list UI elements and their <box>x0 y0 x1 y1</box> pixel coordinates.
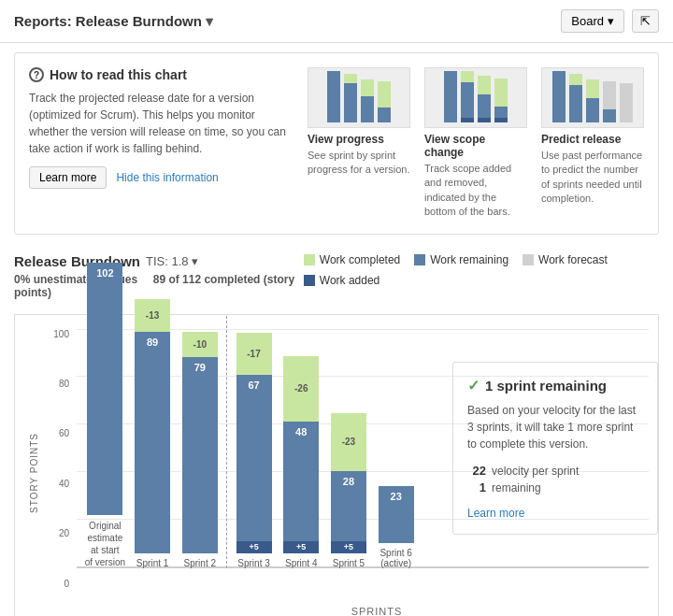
bar-group-sprint2: -10 79 Sprint 2 <box>176 332 223 568</box>
y-axis-section: STORY POINTS <box>24 324 49 616</box>
bar-original-main: 102 <box>87 263 122 515</box>
x-axis-label: SPRINTS <box>105 601 649 616</box>
legend-label-added: Work added <box>320 274 379 287</box>
sprint-divider <box>226 316 227 568</box>
report-name: Release Burndown <box>76 13 202 29</box>
bar-label-sprint3: Sprint 3 <box>237 558 269 568</box>
legend-work-forecast: Work forecast <box>523 253 608 266</box>
info-description: Track the projected release date for a v… <box>29 90 289 157</box>
bar-sprint3-added: +5 <box>236 541 272 553</box>
bars-group: 102 Originalestimateat startof version -… <box>77 329 424 568</box>
legend-work-completed: Work completed <box>304 253 400 266</box>
chart-body: 100 80 60 40 20 0 <box>49 324 649 616</box>
info-content: ? How to read this chart Track the proje… <box>29 67 289 220</box>
preview-desc-1: See sprint by sprint progress for a vers… <box>308 149 410 178</box>
bar-sprint5-green: -23 <box>331 413 366 471</box>
bar-sprint1-green: -13 <box>135 299 170 332</box>
bars-area: 102 Originalestimateat startof version -… <box>77 324 649 616</box>
bars-relative: 102 Originalestimateat startof version -… <box>77 324 649 601</box>
sprint-info-box: ✓ 1 sprint remaining Based on your veloc… <box>438 343 639 535</box>
remaining-label: remaining <box>492 481 541 494</box>
bar-sprint3-green: -17 <box>236 333 272 375</box>
velocity-label: velocity per sprint <box>492 465 579 478</box>
hide-info-button[interactable]: Hide this information <box>116 166 218 189</box>
legend-work-remaining: Work remaining <box>414 253 508 266</box>
chart-legend: Work completed Work remaining Work forec… <box>304 253 659 287</box>
bar-sprint4-main: 48 <box>283 422 319 541</box>
bar-label-sprint1: Sprint 1 <box>136 558 168 568</box>
bar-sprint5-added: +5 <box>331 541 366 553</box>
bar-group-sprint6: 23 Sprint 6(active) <box>372 486 420 568</box>
preview-desc-2: Track scope added and removed, indicated… <box>424 162 527 220</box>
y-axis: 100 80 60 40 20 0 <box>49 324 77 616</box>
legend-color-gray <box>523 254 534 265</box>
sprint-info-description: Based on your velocity for the last 3 sp… <box>467 402 643 452</box>
tis-badge: TIS: 1.8 ▾ <box>146 254 198 268</box>
bar-label-sprint2: Sprint 2 <box>184 558 216 568</box>
bar-label-sprint5: Sprint 5 <box>333 558 365 568</box>
bar-sprint3-main: 67 <box>236 375 272 541</box>
burndown-title: Release Burndown TIS: 1.8 ▾ <box>14 253 304 269</box>
sprint-info-title: ✓ 1 sprint remaining <box>467 377 643 394</box>
board-button[interactable]: Board ▾ <box>561 9 624 33</box>
reports-label: Reports: <box>14 13 72 29</box>
info-buttons: Learn more Hide this information <box>29 166 289 189</box>
preview-title-2: View scope change <box>424 133 527 159</box>
legend-color-green <box>304 254 315 265</box>
bar-sprint4-green: -26 <box>283 356 319 422</box>
chevron-down-icon: ▾ <box>192 254 198 268</box>
chevron-down-icon: ▾ <box>608 14 614 28</box>
remaining-number: 1 <box>467 480 486 494</box>
sprint-learn-more[interactable]: Learn more <box>467 507 524 520</box>
legend-color-dark-blue <box>304 275 315 286</box>
preview-image-1 <box>308 67 410 128</box>
bar-group-sprint4: -26 48 +5 Sprint 4 <box>278 356 325 568</box>
page-header: Reports: Release Burndown ▾ Board ▾ ⇱ <box>0 0 673 43</box>
info-icon: ? <box>29 67 44 82</box>
info-section: ? How to read this chart Track the proje… <box>14 52 659 235</box>
preview-title-3: Predict release <box>541 133 644 146</box>
chevron-down-icon: ▾ <box>206 13 213 29</box>
checkmark-icon: ✓ <box>467 377 480 394</box>
bar-sprint4-added: +5 <box>283 541 319 553</box>
preview-title-1: View progress <box>308 133 410 146</box>
burndown-meta: 0% unestimated issues 89 of 112 complete… <box>14 273 304 299</box>
bar-group-sprint1: -13 89 Sprint 1 <box>129 299 177 568</box>
header-actions: Board ▾ ⇱ <box>561 9 659 33</box>
bar-label-original: Originalestimateat startof version <box>85 520 125 568</box>
chart-inner: 100 80 60 40 20 0 <box>49 324 649 616</box>
bar-sprint2-green: -10 <box>182 332 218 357</box>
chart-container: STORY POINTS 100 80 60 40 20 0 <box>14 314 659 616</box>
sprint-info: ✓ 1 sprint remaining Based on your veloc… <box>452 362 658 535</box>
sprint-stats: 22 velocity per sprint 1 remaining <box>467 464 643 494</box>
sprint-stat-remaining: 1 remaining <box>467 480 643 494</box>
bar-sprint1-main: 89 <box>135 332 170 553</box>
sprint-stat-velocity: 22 velocity per sprint <box>467 464 643 478</box>
legend-color-blue <box>414 254 425 265</box>
learn-more-button[interactable]: Learn more <box>29 166 107 189</box>
preview-image-2 <box>424 67 527 128</box>
bar-group-sprint3: -17 67 +5 Sprint 3 <box>230 333 278 568</box>
burndown-section: Release Burndown TIS: 1.8 ▾ 0% unestimat… <box>0 244 673 616</box>
preview-image-3 <box>541 67 644 128</box>
bar-sprint6-main: 23 <box>379 486 414 543</box>
info-title: ? How to read this chart <box>29 67 289 82</box>
bar-group-original: 102 Originalestimateat startof version <box>81 263 129 568</box>
bar-label-sprint4: Sprint 4 <box>285 558 317 568</box>
legend-label-remaining: Work remaining <box>430 253 508 266</box>
bar-sprint5-main: 28 <box>331 471 366 541</box>
legend-label-completed: Work completed <box>320 253 400 266</box>
breadcrumb: Reports: Release Burndown ▾ <box>14 13 213 30</box>
preview-desc-3: Use past performance to predict the numb… <box>541 149 644 207</box>
velocity-number: 22 <box>467 464 486 478</box>
chart-previews: View progress See sprint by sprint progr… <box>308 67 644 220</box>
bar-label-sprint6: Sprint 6(active) <box>379 548 411 568</box>
y-axis-label: STORY POINTS <box>24 433 44 513</box>
preview-view-progress: View progress See sprint by sprint progr… <box>308 67 410 220</box>
preview-view-scope: View scope change Track scope added and … <box>424 67 527 220</box>
legend-label-forecast: Work forecast <box>538 253 608 266</box>
preview-predict-release: Predict release Use past performance to … <box>541 67 644 220</box>
bar-sprint2-main: 79 <box>182 357 218 553</box>
legend-work-added: Work added <box>304 274 379 287</box>
maximize-button[interactable]: ⇱ <box>632 9 659 33</box>
